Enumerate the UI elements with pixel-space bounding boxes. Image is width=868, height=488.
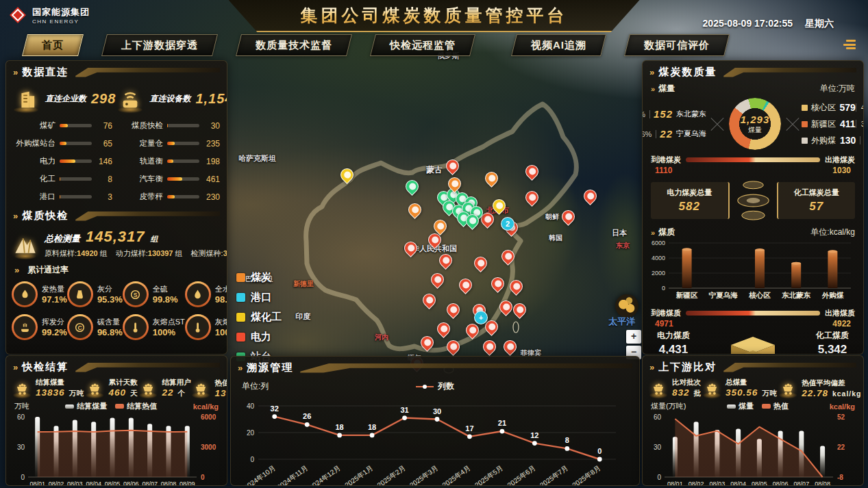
bar-label: 煤质快检 bbox=[121, 120, 163, 131]
svg-text:宁夏乌海: 宁夏乌海 bbox=[709, 291, 739, 299]
map-pin-port[interactable]: 2 bbox=[501, 217, 514, 231]
date-time-text: 2025-08-09 17:02:55 bbox=[703, 18, 793, 29]
svg-text:21: 21 bbox=[498, 419, 506, 427]
svg-text:20: 20 bbox=[247, 429, 255, 437]
settlement-header: » 快检结算 bbox=[6, 356, 227, 376]
quick-test-title: 煤质快检 bbox=[22, 209, 69, 222]
metric-bar-row: 煤质快检30 bbox=[121, 120, 220, 131]
sulfur-icon: S bbox=[125, 283, 147, 305]
bar-track bbox=[60, 159, 92, 163]
svg-text:外购煤: 外购煤 bbox=[821, 291, 844, 299]
ocean-label: 太平洋 bbox=[608, 316, 635, 328]
svg-text:2024年10月: 2024年10月 bbox=[243, 464, 277, 486]
nav-tab-1[interactable]: 首页 bbox=[22, 34, 84, 56]
legend-color-swatch bbox=[236, 293, 245, 302]
quality-bar-chart: 0200040006000新疆区宁夏乌海核心区东北蒙东外购煤 bbox=[643, 239, 863, 303]
svg-text:-8: -8 bbox=[837, 474, 843, 481]
gauge-percent: 100% bbox=[215, 327, 227, 337]
map-zoom-in-button[interactable]: + bbox=[626, 330, 641, 344]
bar-fill bbox=[60, 124, 68, 127]
stat-label: 累计天数 bbox=[108, 378, 138, 387]
data-link-header: » 数据直连 bbox=[6, 61, 227, 81]
minecart-icon bbox=[778, 378, 798, 398]
svg-text:31: 31 bbox=[400, 406, 408, 414]
stat-label: 比对批次 bbox=[672, 378, 702, 387]
nav-tab-4[interactable]: 快检远程监管 bbox=[370, 34, 475, 56]
stat-value: 298 bbox=[91, 91, 116, 107]
svg-text:60: 60 bbox=[17, 413, 25, 421]
chem-coal-total-label: 化工煤炭总量 bbox=[781, 188, 853, 198]
gauge-ring: C bbox=[67, 314, 93, 340]
nav-tab-3[interactable]: 数质量技术监督 bbox=[236, 34, 352, 56]
bar-value: 198 bbox=[199, 157, 220, 166]
period-badge: 当月 bbox=[837, 60, 854, 69]
metric-bar-row: 电力146 bbox=[13, 156, 112, 166]
svg-text:2024年12月: 2024年12月 bbox=[308, 464, 342, 486]
coal-quantity-donut: 1,293 煤量 bbox=[729, 98, 781, 150]
bar-value: 230 bbox=[199, 192, 220, 202]
total-tests-value: 145,317 bbox=[86, 228, 145, 246]
map-place-label: 哈萨克斯坦 bbox=[238, 153, 276, 164]
svg-text:22: 22 bbox=[837, 444, 845, 451]
quick-test-header: » 煤质快检 bbox=[6, 205, 227, 224]
company-logo: 国家能源集团 CHN ENERGY bbox=[8, 5, 90, 25]
legend-label: 电力 bbox=[251, 331, 271, 344]
nav-tab-6[interactable]: 数据可信评价 bbox=[624, 34, 730, 56]
svg-text:0: 0 bbox=[201, 474, 205, 481]
donut-right-item: 新疆区41131.2% bbox=[802, 118, 864, 130]
map-legend: 煤炭港口煤化工电力站台 bbox=[236, 271, 282, 363]
svg-text:2025年6月: 2025年6月 bbox=[506, 464, 536, 486]
section-decoration bbox=[300, 363, 632, 373]
stat-label: 总煤量 bbox=[726, 378, 778, 387]
donut-right-item: 外购煤1309.8% bbox=[802, 135, 864, 146]
stat-value: 350.56 万吨 bbox=[726, 387, 778, 398]
bar-fill bbox=[167, 159, 173, 163]
nav-tab-5[interactable]: 视频AI追溯 bbox=[511, 34, 606, 56]
legend-label: 结算热值 bbox=[127, 401, 157, 411]
section-arrow-icon: » bbox=[13, 67, 18, 77]
svg-text:2025年2月: 2025年2月 bbox=[376, 464, 407, 486]
bar-track bbox=[60, 195, 92, 198]
svg-text:0: 0 bbox=[597, 447, 602, 455]
nav-tab-2[interactable]: 上下游数据穿透 bbox=[101, 34, 218, 56]
compare-panel: » 上下游比对 当月 比对批次832 批总煤量350.56 万吨热值平均偏差22… bbox=[642, 355, 864, 486]
bar-value: 3 bbox=[92, 192, 112, 202]
bar-fill bbox=[60, 142, 66, 145]
gauge-ring bbox=[12, 281, 38, 307]
gauge-ring bbox=[185, 314, 211, 340]
svg-text:08/06: 08/06 bbox=[123, 480, 139, 486]
pass-rate-gauge: 灰熔点FT100% bbox=[185, 314, 227, 340]
color-swatch bbox=[802, 138, 808, 144]
map-pin-port[interactable]: + bbox=[474, 311, 488, 324]
quantity-sub-header: »煤量 单位:万吨 bbox=[643, 81, 863, 95]
settlement-stats: 结算煤量13836 万吨累计天数460 天结算用户22 个热值偏差13 kcal… bbox=[6, 376, 227, 398]
minecart-icon bbox=[190, 378, 211, 398]
menu-icon[interactable] bbox=[841, 40, 856, 51]
compare-chart: 03060-8225208/0108/0208/0308/0408/0508/0… bbox=[643, 411, 863, 486]
gauge-name: 发热量 bbox=[42, 284, 67, 294]
globe-icon[interactable] bbox=[615, 294, 638, 318]
donut-left-items: 11.5%152东北蒙东1.6%22宁夏乌海 bbox=[647, 108, 710, 140]
svg-text:08/02: 08/02 bbox=[49, 480, 64, 486]
pass-rate-gauge: 挥发分99.2% bbox=[12, 314, 67, 340]
metric-bar-row: 汽车衡461 bbox=[121, 174, 220, 184]
bar-track bbox=[167, 124, 199, 127]
legend-label: 港口 bbox=[251, 291, 271, 304]
compare-header: » 上下游比对 当月 bbox=[643, 356, 863, 376]
bar-label: 轨道衡 bbox=[121, 156, 163, 166]
metric-bar-row: 煤矿76 bbox=[13, 120, 112, 131]
test-sub-stat: 检测煤种:398 种 bbox=[191, 248, 227, 259]
bar-series-icon bbox=[727, 404, 736, 409]
bar-label: 化工 bbox=[13, 174, 55, 184]
map-legend-item: 港口 bbox=[236, 291, 282, 304]
svg-text:4000: 4000 bbox=[652, 255, 665, 261]
section-arrow-icon: » bbox=[13, 362, 18, 372]
page-title: 集团公司煤炭数质量管控平台 bbox=[301, 4, 568, 27]
bar-track bbox=[167, 177, 199, 181]
building-icon bbox=[12, 85, 40, 112]
gauge-name: 灰熔点FT bbox=[215, 317, 227, 327]
test-sub-stat: 原料煤样:14920 组 bbox=[45, 248, 108, 259]
section-decoration bbox=[75, 68, 220, 77]
port-flow: 到港煤炭 出港煤炭 1110 1030 bbox=[643, 150, 863, 175]
nav-tab-label: 数质量技术监督 bbox=[256, 39, 332, 52]
